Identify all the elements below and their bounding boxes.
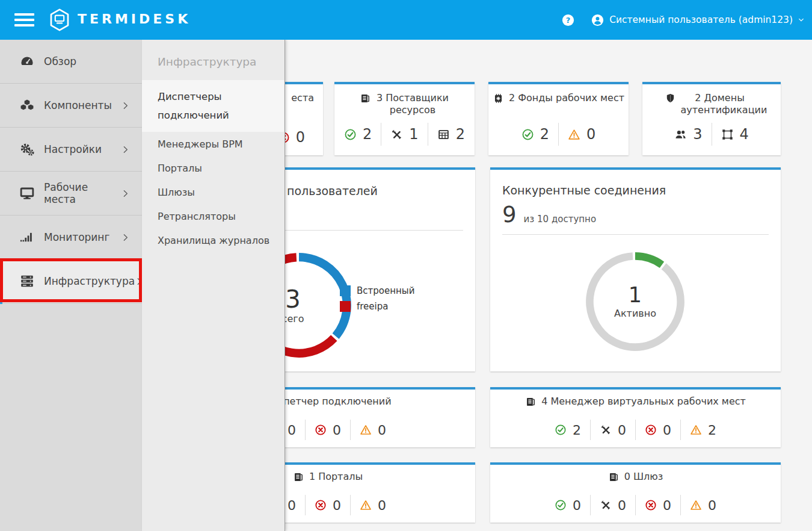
card-title: 3 Поставщики ресурсов (376, 92, 449, 116)
stat-value: 0 (586, 126, 595, 143)
sidebar-item-settings[interactable]: Настройки (0, 128, 142, 172)
news-icon (525, 396, 537, 408)
warning-triangle-icon (690, 499, 702, 511)
card-stats: 2002 (546, 420, 725, 440)
submenu-item-gateways[interactable]: Шлюзы (142, 180, 285, 204)
card-stats: 0000 (546, 495, 725, 515)
stat-value: 0 (288, 498, 296, 513)
stat: 2 (546, 423, 590, 438)
card-title: еста (291, 92, 314, 104)
warning-triangle-icon (690, 424, 702, 436)
card-gateways: 0 Шлюз 0000 (490, 462, 781, 523)
stat: 2 (512, 126, 558, 143)
stat: 0 (546, 498, 590, 513)
card-stats: 20 (512, 123, 605, 146)
donut-total-label: сего (282, 313, 304, 324)
gears-icon (19, 141, 35, 157)
stat: 0 (636, 423, 680, 438)
stat: 0 (306, 423, 350, 438)
sidebar-item-infrastructure[interactable]: Инфраструктура (0, 259, 142, 303)
infrastructure-submenu: Инфраструктура Диспетчеры подключений Ме… (142, 40, 285, 531)
card-concurrent-connections: Конкурентные соединения 9 из 10 доступно… (490, 167, 781, 371)
stat: 4 (712, 126, 758, 143)
sidebar-item-label: Настройки (44, 143, 102, 155)
sidebar-item-label: Рабочие места (44, 181, 121, 205)
object-group-icon (721, 128, 734, 141)
divider (502, 234, 769, 235)
active-value: 1 (629, 284, 642, 306)
donut-center-text: 1 Активно (614, 284, 656, 319)
stat: 0 (636, 498, 680, 513)
svg-text:?: ? (566, 15, 571, 24)
chevron-right-icon (121, 145, 130, 154)
stat-value: 0 (296, 129, 305, 146)
chevron-down-icon (798, 16, 805, 23)
chevron-right-icon (121, 233, 130, 242)
card-stats: 212 (335, 123, 474, 146)
server-stack-icon (19, 273, 35, 289)
card-auth-domains: 2 Домены аутентификации 34 (642, 82, 781, 155)
user-menu[interactable]: Системный пользователь (admin123) (591, 13, 805, 27)
hamburger-menu-icon[interactable] (14, 13, 34, 26)
warning-triangle-icon (568, 128, 580, 141)
gauge-icon (19, 54, 35, 69)
sidebar-item-label: Инфраструктура (44, 275, 135, 287)
bars-icon (19, 229, 35, 245)
sidebar-item-overview[interactable]: Обзор (0, 40, 142, 84)
sidebar-item-label: Мониторинг (44, 231, 109, 243)
submenu-title: Инфраструктура (142, 40, 285, 80)
stat-value: 3 (693, 126, 702, 143)
active-label: Активно (614, 308, 656, 319)
warning-triangle-icon (360, 499, 372, 511)
card-workplace-pools: 2 Фонды рабочих мест 20 (488, 82, 629, 155)
card-title: 1 Порталы (309, 471, 363, 483)
users-icon (674, 128, 687, 141)
chart-title: пользователей (287, 184, 378, 197)
available-count: 9 (502, 203, 517, 226)
card-title: 0 Шлюз (624, 471, 663, 483)
cubes-icon (19, 98, 35, 113)
stat: 0 (681, 498, 725, 513)
stat-value: 0 (288, 423, 296, 438)
legend-item: Встроенный (340, 285, 414, 296)
submenu-item-log-storages[interactable]: Хранилища журналов (142, 228, 285, 252)
stat: 2 (428, 126, 474, 143)
stat-value: 0 (663, 423, 671, 438)
submenu-item-connection-dispatchers[interactable]: Диспетчеры подключений (142, 80, 284, 132)
sidebar-item-workplaces[interactable]: Рабочие места (0, 172, 142, 216)
help-icon[interactable]: ? (561, 13, 575, 27)
donut-total-value: 3 (285, 287, 300, 312)
submenu-item-vdi-managers[interactable]: Менеджеры ВРМ (142, 132, 285, 156)
sidebar-item-monitoring[interactable]: Мониторинг (0, 216, 142, 259)
chart-title: Конкурентные соединения (502, 184, 769, 197)
chevron-right-icon (121, 101, 130, 110)
submenu-item-relays[interactable]: Ретрансляторы (142, 204, 285, 228)
sidebar-item-components[interactable]: Компоненты (0, 84, 142, 128)
stat: 2 (335, 126, 381, 143)
stat-value: 0 (663, 498, 671, 513)
check-circle-icon (555, 499, 567, 511)
user-circle-icon (591, 13, 604, 27)
card-title: 2 Фонды рабочих мест (509, 92, 624, 104)
stat-value: 0 (618, 423, 626, 438)
monitor-icon (19, 185, 35, 201)
error-circle-icon (315, 499, 327, 511)
news-icon (293, 471, 304, 483)
submenu-item-portals[interactable]: Порталы (142, 156, 285, 180)
available-label: из 10 доступно (524, 214, 597, 225)
check-circle-icon (555, 424, 567, 436)
topbar: TERMIDESK ? Системный пользователь (admi… (0, 0, 812, 40)
tools-icon (600, 499, 612, 511)
stat-value: 2 (540, 126, 549, 143)
chip-icon (493, 93, 504, 104)
card-title: 4 Менеджер виртуальных рабочих мест (541, 396, 746, 408)
stat: 1 (381, 126, 427, 143)
error-circle-icon (315, 424, 327, 436)
termidesk-logo-icon (48, 8, 72, 32)
stat-value: 0 (378, 498, 386, 513)
stat: 0 (591, 423, 635, 438)
shield-icon (665, 93, 676, 104)
legend-item: freeipa (340, 301, 414, 312)
legend-swatch (340, 285, 351, 296)
card-vdi-managers: 4 Менеджер виртуальных рабочих мест 2002 (490, 387, 781, 447)
